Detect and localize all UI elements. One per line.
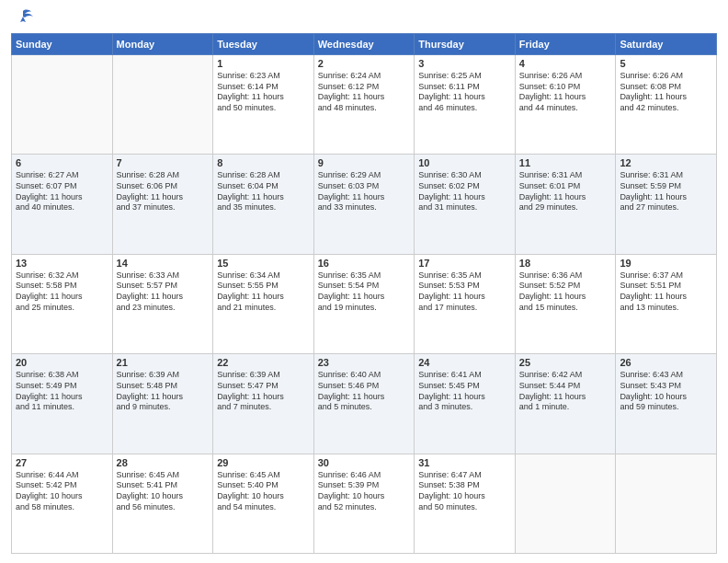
calendar-cell: 16Sunrise: 6:35 AMSunset: 5:54 PMDayligh… [313,254,415,353]
cell-line: Sunrise: 6:39 AM [217,370,310,381]
cell-line: and 15 minutes. [519,303,612,314]
calendar-cell: 30Sunrise: 6:46 AMSunset: 5:39 PMDayligh… [313,454,415,553]
cell-line: Sunrise: 6:31 AM [519,170,612,181]
calendar-day-header: Sunday [12,34,113,55]
day-number: 4 [519,58,612,69]
calendar-header-row: SundayMondayTuesdayWednesdayThursdayFrid… [12,34,717,55]
calendar-week-row: 1Sunrise: 6:23 AMSunset: 6:14 PMDaylight… [12,55,717,155]
cell-line: and 3 minutes. [418,402,511,413]
day-number: 1 [217,58,310,69]
cell-line: Daylight: 11 hours [16,392,108,403]
calendar-week-row: 13Sunrise: 6:32 AMSunset: 5:58 PMDayligh… [12,254,717,353]
cell-line: Sunset: 5:51 PM [620,281,712,292]
calendar-cell: 24Sunrise: 6:41 AMSunset: 5:45 PMDayligh… [415,354,516,454]
cell-line: Daylight: 11 hours [620,192,712,203]
cell-line: Sunrise: 6:26 AM [519,71,612,82]
day-number: 6 [16,157,108,168]
cell-line: and 31 minutes. [418,202,511,213]
day-number: 21 [117,357,210,368]
calendar-week-row: 27Sunrise: 6:44 AMSunset: 5:42 PMDayligh… [12,454,717,553]
calendar-cell: 17Sunrise: 6:35 AMSunset: 5:53 PMDayligh… [415,254,516,353]
calendar-cell: 23Sunrise: 6:40 AMSunset: 5:46 PMDayligh… [313,354,415,454]
cell-line: Daylight: 11 hours [519,392,612,403]
logo-bird-icon [13,9,33,26]
cell-line: and 9 minutes. [117,402,210,413]
calendar-cell: 10Sunrise: 6:30 AMSunset: 6:02 PMDayligh… [415,155,516,254]
calendar-cell: 7Sunrise: 6:28 AMSunset: 6:06 PMDaylight… [112,155,213,254]
calendar-cell: 22Sunrise: 6:39 AMSunset: 5:47 PMDayligh… [213,354,314,454]
cell-line: Sunset: 5:49 PM [16,381,108,392]
day-number: 20 [16,357,108,368]
cell-line: and 46 minutes. [418,103,511,114]
cell-line: and 35 minutes. [217,202,310,213]
day-number: 29 [217,457,310,468]
cell-line: Daylight: 10 hours [418,491,511,502]
calendar-cell: 21Sunrise: 6:39 AMSunset: 5:48 PMDayligh… [112,354,213,454]
cell-line: and 48 minutes. [318,103,411,114]
cell-line: Sunset: 5:44 PM [519,381,612,392]
cell-line: Sunrise: 6:28 AM [217,170,310,181]
cell-line: Sunrise: 6:37 AM [620,270,712,282]
cell-line: Sunrise: 6:31 AM [620,170,712,181]
day-number: 13 [16,258,108,269]
cell-line: and 19 minutes. [318,303,411,314]
day-number: 9 [318,157,411,168]
day-number: 14 [117,258,210,269]
cell-line: Sunset: 5:45 PM [418,381,511,392]
cell-line: Sunrise: 6:33 AM [117,270,210,282]
cell-line: Sunset: 6:01 PM [519,181,612,192]
cell-line: Daylight: 11 hours [519,192,612,203]
cell-line: Sunrise: 6:25 AM [418,71,511,82]
cell-line: Sunset: 5:40 PM [217,480,310,491]
cell-line: and 40 minutes. [16,202,108,213]
calendar-cell [12,55,113,155]
logo [11,9,33,26]
calendar-cell: 4Sunrise: 6:26 AMSunset: 6:10 PMDaylight… [515,55,616,155]
cell-line: Sunset: 5:52 PM [519,281,612,292]
cell-line: and 7 minutes. [217,402,310,413]
calendar-cell: 8Sunrise: 6:28 AMSunset: 6:04 PMDaylight… [213,155,314,254]
cell-line: Daylight: 11 hours [318,192,411,203]
cell-line: Daylight: 11 hours [217,392,310,403]
day-number: 16 [318,258,411,269]
cell-line: Sunrise: 6:42 AM [519,370,612,381]
calendar-table: SundayMondayTuesdayWednesdayThursdayFrid… [11,33,717,554]
calendar-cell [616,454,717,553]
cell-line: Sunrise: 6:34 AM [217,270,310,282]
day-number: 26 [620,357,712,368]
day-number: 25 [519,357,612,368]
cell-line: Daylight: 11 hours [117,392,210,403]
day-number: 28 [117,457,210,468]
cell-line: Sunset: 6:11 PM [418,82,511,93]
day-number: 18 [519,258,612,269]
cell-line: and 58 minutes. [16,502,108,513]
cell-line: Daylight: 11 hours [620,92,712,103]
cell-line: Sunset: 6:03 PM [318,181,411,192]
cell-line: Sunrise: 6:35 AM [318,270,411,282]
day-number: 5 [620,58,712,69]
calendar-cell: 9Sunrise: 6:29 AMSunset: 6:03 PMDaylight… [313,155,415,254]
cell-line: and 52 minutes. [318,502,411,513]
calendar-cell: 31Sunrise: 6:47 AMSunset: 5:38 PMDayligh… [415,454,516,553]
calendar-cell: 1Sunrise: 6:23 AMSunset: 6:14 PMDaylight… [213,55,314,155]
cell-line: Sunset: 5:48 PM [117,381,210,392]
day-number: 24 [418,357,511,368]
calendar-day-header: Tuesday [213,34,314,55]
calendar-day-header: Friday [515,34,616,55]
day-number: 30 [318,457,411,468]
cell-line: Daylight: 11 hours [117,192,210,203]
cell-line: Sunset: 6:12 PM [318,82,411,93]
day-number: 19 [620,258,712,269]
cell-line: and 17 minutes. [418,303,511,314]
calendar-week-row: 6Sunrise: 6:27 AMSunset: 6:07 PMDaylight… [12,155,717,254]
day-number: 3 [418,58,511,69]
cell-line: Sunrise: 6:28 AM [117,170,210,181]
cell-line: and 37 minutes. [117,202,210,213]
cell-line: and 33 minutes. [318,202,411,213]
cell-line: Daylight: 11 hours [16,192,108,203]
cell-line: Sunrise: 6:38 AM [16,370,108,381]
calendar-cell: 2Sunrise: 6:24 AMSunset: 6:12 PMDaylight… [313,55,415,155]
cell-line: Sunrise: 6:43 AM [620,370,712,381]
calendar-day-header: Monday [112,34,213,55]
cell-line: Daylight: 10 hours [620,392,712,403]
